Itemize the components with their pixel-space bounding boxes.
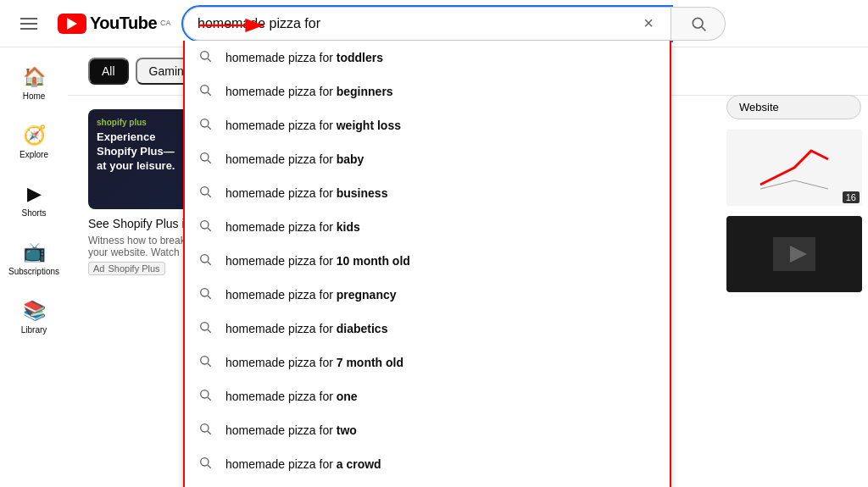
header: YouTube CA × — [0, 0, 868, 47]
filter-chip-all[interactable]: All — [88, 58, 129, 85]
svg-line-13 — [208, 194, 211, 197]
svg-point-28 — [201, 457, 209, 465]
dropdown-search-icon — [198, 320, 212, 337]
dropdown-text: homemade pizza for beginners — [225, 85, 393, 98]
search-dropdown: homemade pizza for toddlers homemade piz… — [183, 41, 671, 488]
dropdown-item[interactable]: homemade pizza for 7 month old — [185, 346, 670, 379]
dropdown-item[interactable]: homemade pizza for two — [185, 413, 670, 447]
sidebar-item-library[interactable]: 📚 Library — [0, 288, 68, 343]
search-clear-button[interactable]: × — [640, 10, 657, 36]
header-left: YouTube CA — [14, 11, 183, 36]
sidebar-icon-shorts: ▶ — [27, 183, 42, 205]
sidebar-icon-library: 📚 — [23, 300, 46, 322]
dark-thumbnail — [726, 216, 862, 292]
youtube-logo[interactable]: YouTube CA — [58, 14, 171, 34]
sidebar-item-shorts[interactable]: ▶ Shorts — [0, 171, 68, 226]
dropdown-text: homemade pizza for kids — [225, 220, 360, 234]
dropdown-search-icon — [198, 252, 212, 269]
sidebar-item-subscriptions[interactable]: 📺 Subscriptions — [0, 230, 68, 285]
svg-line-11 — [208, 160, 211, 163]
right-panel: Website 16 ...ube...ot luck ...ago — [720, 88, 868, 299]
website-button[interactable]: Website — [726, 95, 861, 119]
sidebar-label-subscriptions: Subscriptions — [8, 267, 59, 276]
svg-point-10 — [201, 152, 209, 160]
dropdown-text: homemade pizza for weight loss — [225, 119, 401, 132]
dropdown-text: homemade pizza for toddlers — [225, 51, 383, 64]
sidebar-icon-explore: 🧭 — [23, 125, 46, 147]
sidebar: 🏠 Home 🧭 Explore ▶ Shorts 📺 Subscription… — [0, 47, 68, 487]
right-video-thumb: 16 — [726, 130, 862, 206]
svg-line-17 — [208, 262, 211, 265]
ad-badge: Ad Shopify Plus — [88, 262, 165, 275]
right-video-thumb-2 — [726, 216, 862, 292]
svg-line-23 — [208, 363, 211, 367]
sidebar-item-home[interactable]: 🏠 Home — [0, 54, 68, 109]
dropdown-item[interactable]: homemade pizza for a crowd — [185, 447, 670, 481]
svg-line-21 — [208, 329, 211, 333]
dropdown-item[interactable]: homemade pizza for toddlers — [185, 41, 670, 75]
dropdown-text: homemade pizza for diabetics — [225, 322, 387, 335]
sidebar-label-shorts: Shorts — [22, 208, 47, 218]
dropdown-text: homemade pizza for a crowd — [225, 457, 381, 471]
dropdown-item[interactable]: homemade pizza for kids — [185, 210, 670, 244]
sidebar-icon-home: 🏠 — [23, 66, 46, 88]
right-video-row-2[interactable] — [726, 216, 861, 292]
dropdown-item[interactable]: homemade pizza for 10 month old — [185, 244, 670, 278]
sidebar-item-explore[interactable]: 🧭 Explore — [0, 113, 68, 168]
dropdown-search-icon — [198, 83, 212, 100]
dropdown-text: homemade pizza for 10 month old — [225, 254, 410, 268]
dropdown-search-icon — [198, 49, 212, 66]
ad-channel: Shopify Plus — [108, 263, 159, 274]
svg-line-27 — [208, 431, 211, 434]
svg-point-14 — [201, 220, 209, 228]
dropdown-search-icon — [198, 422, 212, 439]
svg-point-12 — [201, 186, 209, 194]
dropdown-item[interactable]: homemade pizza for one — [185, 379, 670, 413]
dropdown-item[interactable]: homemade pizza for baby — [185, 142, 670, 176]
dropdown-search-icon — [198, 219, 212, 235]
svg-point-2 — [693, 18, 703, 28]
dropdown-item[interactable]: homemade pizza for weight loss — [185, 108, 670, 142]
dropdown-search-icon — [198, 354, 212, 371]
svg-line-15 — [208, 228, 211, 231]
dropdown-item[interactable]: homemade pizza for pregnancy — [185, 278, 670, 312]
sidebar-label-explore: Explore — [19, 150, 48, 159]
website-label: Website — [739, 101, 779, 113]
svg-line-3 — [701, 26, 705, 30]
dropdown-text: homemade pizza for baby — [225, 152, 364, 166]
dropdown-search-icon — [198, 456, 212, 473]
svg-line-19 — [208, 296, 211, 299]
dropdown-text: homemade pizza for 7 month old — [225, 356, 403, 369]
svg-line-9 — [208, 126, 211, 130]
dropdown-text: homemade pizza for business — [225, 186, 387, 200]
svg-point-20 — [201, 322, 209, 329]
right-video-row[interactable]: 16 ...ube...ot luck ...ago — [726, 130, 861, 206]
svg-point-26 — [201, 423, 209, 431]
dropdown-text: homemade pizza for pregnancy — [225, 288, 397, 302]
sidebar-icon-subscriptions: 📺 — [23, 241, 46, 263]
svg-line-29 — [208, 465, 211, 468]
svg-point-16 — [201, 254, 209, 262]
svg-line-25 — [208, 397, 211, 401]
svg-point-8 — [201, 119, 209, 126]
dropdown-search-icon — [198, 151, 212, 168]
hamburger-menu[interactable] — [14, 11, 44, 36]
duration-badge: 16 — [843, 191, 860, 203]
search-input[interactable] — [198, 16, 640, 31]
search-submit-button[interactable] — [671, 7, 726, 41]
dropdown-item[interactable]: homemade pizza for diabetics — [185, 312, 670, 346]
youtube-icon — [58, 14, 86, 34]
dropdown-text: homemade pizza for one — [225, 390, 358, 403]
svg-point-6 — [201, 85, 209, 92]
dropdown-search-icon — [198, 388, 212, 405]
svg-point-18 — [201, 288, 209, 296]
dropdown-search-icon — [198, 117, 212, 134]
svg-line-5 — [208, 58, 211, 62]
youtube-wordmark: YouTube — [90, 14, 157, 33]
dropdown-item[interactable]: homemade pizza for business — [185, 176, 670, 210]
sidebar-label-library: Library — [21, 325, 47, 335]
dropdown-item[interactable]: homemade pizza for beginners — [185, 75, 670, 108]
sidebar-label-home: Home — [23, 91, 46, 101]
svg-point-22 — [201, 356, 209, 363]
dropdown-item[interactable]: homemade pizza for pizza oven — [185, 481, 670, 488]
